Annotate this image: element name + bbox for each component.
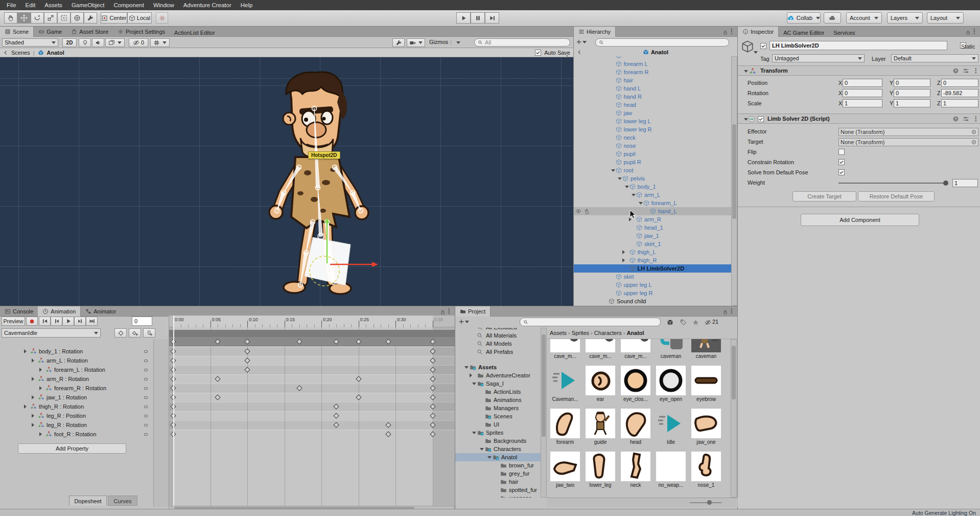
anim-property-forearm-l-rotation[interactable]: forearm_L : Rotation xyxy=(0,365,169,374)
scene-camera-dropdown[interactable] xyxy=(407,38,425,47)
hierarchy-tab-hierarchy[interactable]: Hierarchy xyxy=(574,27,616,37)
hierarchy-item-upper-leg-l[interactable]: upper leg L xyxy=(574,281,737,289)
hierarchy-item-arm-r[interactable]: arm_R xyxy=(574,215,737,223)
transform-rotation-x-field[interactable]: 0 xyxy=(843,89,882,97)
limb-solver-component-header[interactable]: Limb Solver 2D (Script)⋮ xyxy=(738,114,980,124)
gameobject-icon[interactable] xyxy=(741,40,754,53)
play-button[interactable] xyxy=(456,12,471,24)
project-grid-scrollbar[interactable] xyxy=(731,339,737,498)
keyframe-indicator-icon[interactable] xyxy=(143,349,149,354)
project-favorite-all-materials[interactable]: All Materials xyxy=(455,331,541,340)
pause-button[interactable] xyxy=(471,12,485,24)
object-picker-icon[interactable] xyxy=(971,139,977,145)
expand-arrow[interactable] xyxy=(470,373,472,377)
create-target-button[interactable]: Create Target xyxy=(792,191,856,201)
expand-arrow[interactable] xyxy=(24,405,27,409)
transform-scale-x-field[interactable]: 1 xyxy=(843,99,882,107)
menu-file[interactable]: File xyxy=(2,0,21,10)
project-folder-assets[interactable]: Assets xyxy=(455,363,541,371)
expand-arrow[interactable] xyxy=(464,366,469,369)
add-keyframe-button[interactable] xyxy=(129,328,141,338)
picking-icon[interactable] xyxy=(584,208,590,214)
mode-tab-curves[interactable]: Curves xyxy=(108,496,137,506)
help-icon[interactable] xyxy=(952,68,959,74)
project-folder-anatol[interactable]: Anatol xyxy=(455,453,541,461)
hierarchy-item-thigh-l[interactable]: thigh_L xyxy=(574,248,737,256)
presets-icon[interactable] xyxy=(963,68,969,74)
project-folder-sprites[interactable]: Sprites xyxy=(455,429,541,437)
hierarchy-item-lh-limbsolver2d[interactable]: LH LimbSolver2D xyxy=(574,264,737,273)
component-enabled-checkbox[interactable] xyxy=(758,116,764,122)
expand-arrow[interactable] xyxy=(472,383,476,385)
transform-rotation-z-field[interactable]: -89.582 xyxy=(941,89,978,97)
hidden-objects-toggle[interactable]: 0 xyxy=(129,38,148,47)
lighting-status[interactable]: Auto Generate Lighting On xyxy=(912,510,976,516)
transform-scale-z-field[interactable]: 1 xyxy=(941,99,978,107)
project-folder-weapons[interactable]: weapons xyxy=(455,494,541,498)
menu-window[interactable]: Window xyxy=(149,0,179,10)
current-frame-field[interactable]: 0 xyxy=(132,317,152,326)
menu-component[interactable]: Component xyxy=(109,0,148,10)
project-folder-saga-i[interactable]: Saga_I xyxy=(455,379,541,388)
expand-arrow[interactable] xyxy=(32,414,34,418)
scene-tab-asset-store[interactable]: Asset Store xyxy=(66,27,113,37)
expand-arrow[interactable] xyxy=(32,395,34,399)
scene-viewport[interactable]: Hotspot2D xyxy=(0,57,573,306)
animation-clip-dropdown[interactable]: CavemanIdle xyxy=(2,328,101,338)
hotspot2d-label[interactable]: Hotspot2D xyxy=(308,151,340,159)
effector-object-field[interactable]: None (Transform) xyxy=(838,128,978,136)
project-folder-brown-fur[interactable]: brown_fur xyxy=(455,461,541,469)
anim-property-arm-r-rotation[interactable]: arm_R : Rotation xyxy=(0,374,169,384)
add-event-button[interactable] xyxy=(143,328,155,338)
project-folder-actionlists[interactable]: ActionLists xyxy=(455,388,541,396)
autosave-checkbox[interactable] xyxy=(535,50,541,56)
expand-arrow[interactable] xyxy=(39,432,42,436)
filter-by-selection-button[interactable] xyxy=(114,328,127,338)
scene-tab-actionlist-editor[interactable]: ActionList Editor xyxy=(170,28,219,38)
project-folder-adventurecreator[interactable]: AdventureCreator xyxy=(455,371,541,379)
expand-arrow[interactable] xyxy=(472,432,476,434)
hierarchy-item-lower-leg-l[interactable]: lower leg L xyxy=(574,117,737,125)
play-animation-button[interactable] xyxy=(62,317,74,326)
keyframe-indicator-icon[interactable] xyxy=(143,367,149,373)
hierarchy-item-arm-l[interactable]: arm_L xyxy=(574,191,737,199)
collapse-icon[interactable] xyxy=(577,50,582,55)
project-search-input[interactable] xyxy=(520,318,661,326)
project-menu[interactable]: ⋮ xyxy=(729,307,735,315)
layers-dropdown[interactable]: Layers xyxy=(887,12,923,24)
collab-dropdown[interactable]: Collab xyxy=(787,12,821,24)
menu-edit[interactable]: Edit xyxy=(21,0,40,10)
breadcrumb-assets[interactable]: Assets xyxy=(550,330,567,336)
hierarchy-lock[interactable] xyxy=(722,29,728,35)
presets-icon[interactable] xyxy=(963,116,969,122)
menu-adventure-creator[interactable]: Adventure Creator xyxy=(179,0,236,10)
hierarchy-item-pupil-r[interactable]: pupil R xyxy=(574,158,737,166)
anim-property-body-1-rotation[interactable]: body_1 : Rotation xyxy=(0,347,169,356)
zoom-slider-knob[interactable] xyxy=(707,500,712,505)
project-folder-managers[interactable]: Managers xyxy=(455,404,541,412)
expand-arrow[interactable] xyxy=(24,349,27,353)
layout-dropdown[interactable]: Layout xyxy=(927,12,964,24)
scene-tab-game[interactable]: Game xyxy=(34,27,66,37)
project-favorite-all-excluded[interactable]: All Excluded xyxy=(455,328,541,331)
playhead[interactable] xyxy=(173,316,174,506)
expand-arrow[interactable] xyxy=(480,448,484,451)
breadcrumb-anatol[interactable]: Anatol xyxy=(626,330,644,336)
thumbnail-zoom-slider[interactable] xyxy=(690,502,721,503)
component-menu[interactable]: ⋮ xyxy=(973,115,979,122)
weight-slider-track[interactable] xyxy=(838,183,946,184)
hierarchy-item-jaw-1[interactable]: jaw_1 xyxy=(574,232,737,240)
project-folder-ui[interactable]: UI xyxy=(455,420,541,429)
animation-tab-animator[interactable]: Animator xyxy=(81,306,121,317)
next-frame-button[interactable] xyxy=(74,317,86,326)
component-menu[interactable]: ⋮ xyxy=(973,67,979,74)
inspector-menu[interactable]: ⋮ xyxy=(971,28,977,35)
caveman-character[interactable] xyxy=(255,68,399,303)
scene-lighting-toggle[interactable] xyxy=(79,38,91,47)
keyframe-indicator-icon[interactable] xyxy=(143,376,149,382)
hierarchy-item-hand-l[interactable]: hand L xyxy=(574,84,737,93)
move-tool-button[interactable] xyxy=(17,12,31,24)
keyframe-indicator-icon[interactable] xyxy=(143,413,149,419)
hierarchy-scene-header[interactable]: Anatol xyxy=(574,48,737,56)
anim-property-leg-r-rotation[interactable]: leg_R : Rotation xyxy=(0,420,169,430)
